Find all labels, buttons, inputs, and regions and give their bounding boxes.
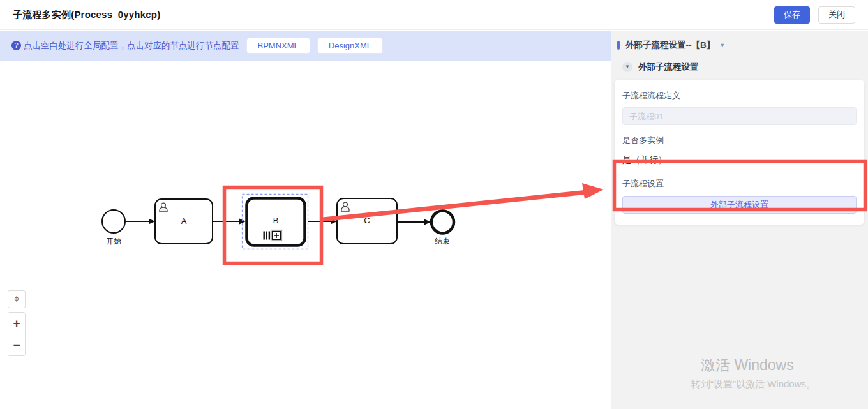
connector-c-end[interactable] <box>397 219 431 225</box>
watermark-line1: 激活 Windows <box>691 355 816 375</box>
page-title: 子流程多实例(Process_0yyhkcp) <box>13 9 160 21</box>
connector-b-c[interactable] <box>308 219 337 225</box>
multi-instance-value: 是（并行） <box>622 154 857 166</box>
reset-view-button[interactable]: ⌖ <box>8 290 26 308</box>
settings-card: 子流程流程定义 是否多实例 是（并行） 子流程设置 外部子流程设置 <box>615 80 864 225</box>
subprocess-setting-label: 子流程设置 <box>622 178 857 190</box>
definition-label: 子流程流程定义 <box>622 90 857 101</box>
task-c-label: C <box>364 216 370 225</box>
section-title: 外部子流程设置 <box>638 61 699 73</box>
zoom-control-group: + − <box>8 312 26 356</box>
crosshair-icon: ⌖ <box>13 293 20 306</box>
bpmn-canvas[interactable]: 开始 A B C <box>0 31 611 409</box>
subprocess-expand-icon[interactable] <box>271 230 282 241</box>
zoom-out-button[interactable]: − <box>8 334 25 355</box>
close-button[interactable]: 关闭 <box>818 6 855 24</box>
start-event-label: 开始 <box>106 237 121 246</box>
arrowhead-icon <box>331 219 337 225</box>
end-event-node[interactable]: 结束 <box>431 211 454 246</box>
chevron-down-icon[interactable]: ▼ <box>719 42 725 48</box>
panel-title: 外部子流程设置--【B】 <box>625 40 715 51</box>
end-event-label: 结束 <box>435 237 450 246</box>
watermark-line2: 转到“设置”以激活 Windows。 <box>691 378 816 390</box>
accent-bar <box>617 41 620 50</box>
task-b-node[interactable]: B <box>247 198 305 246</box>
section-collapse-row[interactable]: ▼ 外部子流程设置 <box>622 61 868 73</box>
zoom-in-button[interactable]: + <box>8 313 25 334</box>
task-a-label: A <box>181 216 187 226</box>
task-a-node[interactable]: A <box>155 199 213 244</box>
arrowhead-icon <box>149 219 155 225</box>
connector-a-b[interactable] <box>213 219 246 225</box>
external-subprocess-setting-button[interactable]: 外部子流程设置 <box>622 196 857 214</box>
windows-activation-watermark: 激活 Windows 转到“设置”以激活 Windows。 <box>691 355 816 390</box>
arrowhead-icon <box>424 219 431 225</box>
collapse-icon[interactable]: ▼ <box>622 62 632 72</box>
multi-instance-label: 是否多实例 <box>622 135 857 146</box>
multi-instance-parallel-icon <box>264 232 271 240</box>
save-button[interactable]: 保存 <box>774 6 810 24</box>
properties-panel: 外部子流程设置--【B】 ▼ ▼ 外部子流程设置 子流程流程定义 是否多实例 是… <box>611 31 868 409</box>
task-c-node[interactable]: C <box>337 198 397 244</box>
panel-header: 外部子流程设置--【B】 ▼ <box>611 31 868 51</box>
topbar-actions: 保存 关闭 <box>774 6 855 24</box>
definition-input[interactable] <box>622 107 857 125</box>
task-b-label: B <box>273 216 279 225</box>
connector-start-a[interactable] <box>125 219 155 225</box>
start-event-node[interactable]: 开始 <box>102 210 125 246</box>
top-bar: 子流程多实例(Process_0yyhkcp) 保存 关闭 <box>0 0 868 30</box>
